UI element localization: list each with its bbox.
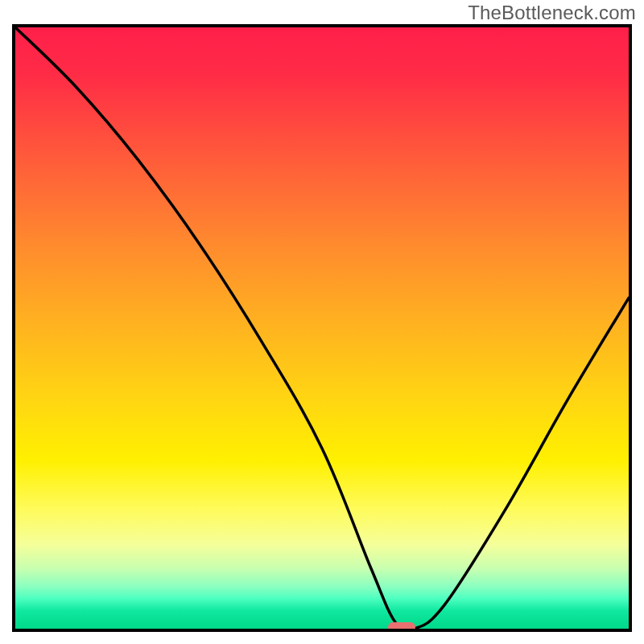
chart-container: TheBottleneck.com	[0, 0, 644, 644]
line-curve	[15, 27, 629, 629]
plot-area	[12, 24, 632, 632]
optimal-marker	[388, 622, 415, 632]
watermark-text: TheBottleneck.com	[468, 2, 636, 24]
